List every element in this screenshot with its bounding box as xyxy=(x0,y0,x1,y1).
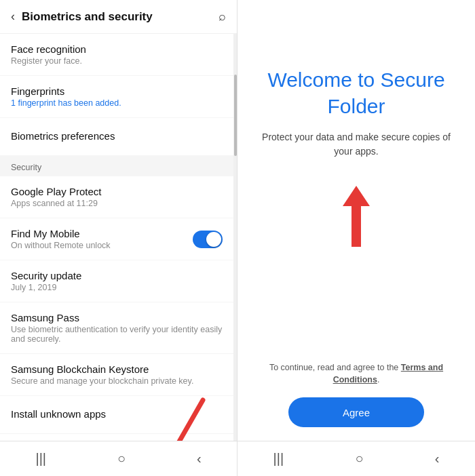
settings-item-fingerprints[interactable]: Fingerprints 1 fingerprint has been adde… xyxy=(0,76,233,118)
item-title-biometrics-preferences: Biometrics preferences xyxy=(11,130,223,142)
red-arrow-up xyxy=(343,186,370,247)
left-bottom-nav: ||| ○ ‹ xyxy=(0,441,237,476)
left-panel: ‹ Biometrics and security ⌕ Face recogni… xyxy=(0,0,238,476)
item-subtitle-samsung-pass: Use biometric authentication to verify y… xyxy=(11,325,223,344)
red-arrow-indicator xyxy=(166,397,213,441)
back-icon[interactable]: ‹ xyxy=(11,9,15,24)
item-title-google-play-protect: Google Play Protect xyxy=(11,186,223,197)
settings-item-face-recognition[interactable]: Face recognition Register your face. xyxy=(0,34,233,76)
nav-back-icon[interactable]: ‹ xyxy=(197,451,202,467)
agree-button[interactable]: Agree xyxy=(288,397,424,427)
settings-item-find-my-mobile[interactable]: Find My Mobile On without Remote unlock xyxy=(0,218,233,260)
item-subtitle-find-my-mobile: On without Remote unlock xyxy=(11,241,193,250)
right-nav-home-icon[interactable]: ○ xyxy=(355,451,363,467)
find-my-mobile-toggle[interactable] xyxy=(193,231,223,248)
right-bottom-section: To continue, read and agree to the Terms… xyxy=(238,361,475,441)
top-bar: ‹ Biometrics and security ⌕ xyxy=(0,0,237,34)
welcome-title: Welcome to Secure Folder xyxy=(258,66,455,119)
settings-item-secure-folder[interactable]: Secure Folder Keep your personal files a… xyxy=(0,434,233,441)
item-title-security-update: Security update xyxy=(11,270,223,281)
scroll-thumb xyxy=(234,75,237,156)
right-content: Welcome to Secure Folder Protect your da… xyxy=(238,0,475,361)
item-subtitle-face-recognition: Register your face. xyxy=(11,56,223,66)
settings-item-samsung-blockchain[interactable]: Samsung Blockchain Keystore Secure and m… xyxy=(0,354,233,396)
item-title-samsung-blockchain: Samsung Blockchain Keystore xyxy=(11,363,223,375)
section-header-security: Security xyxy=(0,156,233,176)
item-title-samsung-pass: Samsung Pass xyxy=(11,312,223,323)
item-subtitle-samsung-blockchain: Secure and manage your blockchain privat… xyxy=(11,376,223,386)
settings-item-biometrics-preferences[interactable]: Biometrics preferences xyxy=(0,118,233,156)
settings-item-google-play-protect[interactable]: Google Play Protect Apps scanned at 11:2… xyxy=(0,176,233,218)
nav-home-icon[interactable]: ○ xyxy=(117,451,126,467)
right-panel: Welcome to Secure Folder Protect your da… xyxy=(238,0,475,476)
right-nav-menu-icon[interactable]: ||| xyxy=(273,451,284,467)
settings-item-samsung-pass[interactable]: Samsung Pass Use biometric authenticatio… xyxy=(0,302,233,354)
arrow-up-shaft xyxy=(352,206,361,247)
top-bar-left: ‹ Biometrics and security xyxy=(11,9,153,24)
item-subtitle-google-play-protect: Apps scanned at 11:29 xyxy=(11,199,223,208)
settings-list: Face recognition Register your face. Fin… xyxy=(0,34,233,441)
arrow-up-head xyxy=(343,186,370,206)
terms-text: To continue, read and agree to the Terms… xyxy=(251,361,461,387)
item-title-find-my-mobile: Find My Mobile xyxy=(11,228,193,239)
agree-button-label: Agree xyxy=(343,407,370,418)
svg-line-0 xyxy=(176,400,203,441)
scroll-track xyxy=(233,34,237,441)
item-subtitle-security-update: July 1, 2019 xyxy=(11,283,223,292)
search-icon[interactable]: ⌕ xyxy=(218,9,226,24)
right-nav-back-icon[interactable]: ‹ xyxy=(435,451,440,467)
settings-item-security-update[interactable]: Security update July 1, 2019 xyxy=(0,260,233,302)
left-panel-inner: Face recognition Register your face. Fin… xyxy=(0,34,237,441)
item-title-fingerprints: Fingerprints xyxy=(11,85,223,97)
item-title-face-recognition: Face recognition xyxy=(11,43,223,55)
terms-period: . xyxy=(377,375,379,384)
welcome-subtitle: Protect your data and make secure copies… xyxy=(258,130,455,159)
item-subtitle-fingerprints: 1 fingerprint has been added. xyxy=(11,98,223,108)
right-bottom-nav: ||| ○ ‹ xyxy=(238,441,475,476)
page-title: Biometrics and security xyxy=(22,10,153,24)
terms-prefix: To continue, read and agree to the xyxy=(269,363,398,372)
nav-menu-icon[interactable]: ||| xyxy=(35,451,46,467)
